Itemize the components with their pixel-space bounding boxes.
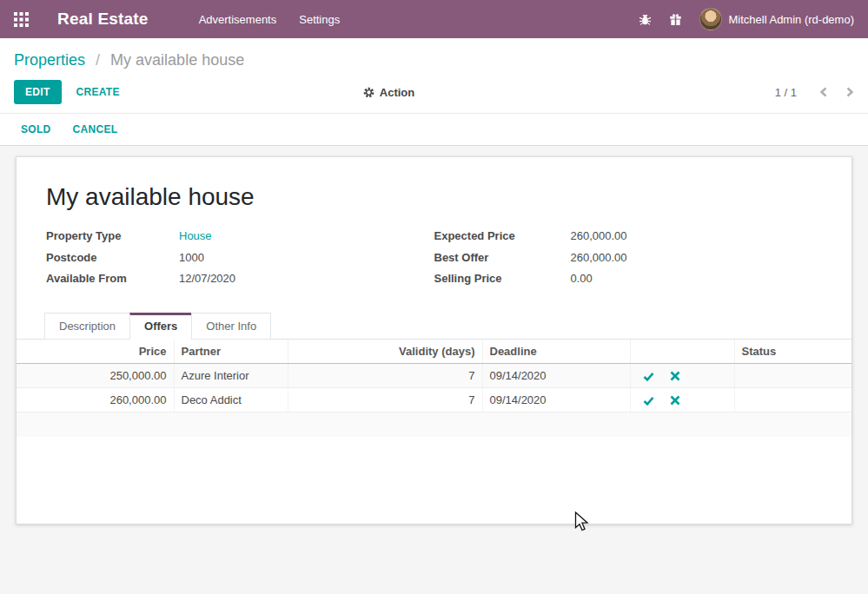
form-statusbar: SOLD CANCEL — [0, 113, 868, 146]
field-value: 260,000.00 — [571, 248, 627, 269]
grid-icon — [14, 12, 29, 27]
action-menu-button[interactable]: Action — [363, 86, 414, 99]
column-validity[interactable]: Validity (days) — [288, 340, 482, 364]
offers-table: Price Partner Validity (days) Deadline S… — [17, 340, 851, 437]
cancel-button[interactable]: CANCEL — [73, 123, 118, 135]
pager-value: 1 / 1 — [775, 86, 797, 99]
top-navbar: Real Estate Advertisements Settings — [0, 0, 868, 38]
gift-icon[interactable] — [669, 12, 684, 27]
breadcrumb-properties[interactable]: Properties — [14, 51, 85, 69]
tab-other-info[interactable]: Other Info — [191, 313, 271, 340]
top-right-group: Mitchell Admin (rd-demo) — [639, 8, 855, 30]
field-best-offer: Best Offer 260,000.00 — [434, 248, 823, 269]
refuse-offer-icon[interactable] — [670, 395, 681, 406]
accept-offer-icon[interactable] — [643, 371, 654, 382]
offer-price[interactable]: 260,000.00 — [17, 388, 174, 412]
field-label: Property Type — [46, 226, 179, 248]
offer-deadline[interactable]: 09/14/2020 — [482, 388, 630, 412]
field-label: Available From — [46, 268, 179, 290]
chevron-left-icon — [819, 86, 828, 98]
offers-header-row: Price Partner Validity (days) Deadline S… — [17, 340, 851, 364]
breadcrumb-separator: / — [96, 51, 100, 69]
create-button[interactable]: CREATE — [76, 86, 120, 98]
field-value: 260,000.00 — [571, 226, 627, 248]
app-name[interactable]: Real Estate — [57, 10, 149, 29]
offer-validity[interactable]: 7 — [288, 388, 482, 412]
field-selling-price: Selling Price 0.00 — [434, 268, 823, 290]
column-actions — [630, 340, 734, 364]
column-deadline[interactable]: Deadline — [482, 340, 630, 364]
chevron-right-icon — [845, 86, 854, 98]
avatar — [699, 8, 722, 30]
offer-row-deco-addict[interactable]: 260,000.00 Deco Addict 7 09/14/2020 — [17, 388, 851, 412]
column-price[interactable]: Price — [17, 340, 174, 364]
menu-advertisements[interactable]: Advertisements — [197, 10, 279, 30]
breadcrumb-current: My available house — [110, 51, 244, 69]
offer-validity[interactable]: 7 — [288, 364, 482, 388]
offer-partner[interactable]: Deco Addict — [174, 388, 288, 412]
column-status[interactable]: Status — [734, 340, 851, 364]
offer-actions — [630, 364, 734, 388]
field-label: Selling Price — [434, 268, 571, 290]
accept-offer-icon[interactable] — [643, 395, 654, 406]
field-column-right: Expected Price 260,000.00 Best Offer 260… — [434, 226, 823, 290]
form-sheet: My available house Property Type House P… — [16, 156, 852, 525]
debug-bug-icon[interactable] — [639, 12, 653, 27]
field-available-from: Available From 12/07/2020 — [46, 268, 434, 290]
field-group: Property Type House Postcode 1000 Availa… — [46, 226, 822, 290]
empty-row[interactable] — [17, 412, 851, 437]
offer-deadline[interactable]: 09/14/2020 — [482, 364, 630, 388]
offer-partner[interactable]: Azure Interior — [174, 364, 288, 388]
field-value: 0.00 — [571, 268, 593, 290]
tab-offers[interactable]: Offers — [129, 313, 192, 340]
user-menu[interactable]: Mitchell Admin (rd-demo) — [699, 8, 855, 30]
field-expected-price: Expected Price 260,000.00 — [434, 226, 823, 248]
field-property-type: Property Type House — [46, 226, 434, 248]
notebook-tabs: Description Offers Other Info — [17, 313, 851, 340]
action-label: Action — [380, 86, 414, 99]
property-type-link[interactable]: House — [179, 226, 212, 248]
control-panel: EDIT CREATE Action 1 / 1 — [0, 73, 868, 113]
offer-actions — [630, 388, 734, 412]
field-label: Best Offer — [434, 248, 571, 269]
top-menu: Advertisements Settings — [197, 10, 342, 30]
gear-icon — [363, 87, 374, 98]
pager: 1 / 1 — [775, 86, 854, 99]
field-value: 12/07/2020 — [179, 268, 235, 290]
column-partner[interactable]: Partner — [174, 340, 288, 364]
tab-description[interactable]: Description — [44, 313, 130, 340]
field-label: Expected Price — [434, 226, 571, 248]
breadcrumb: Properties / My available house — [0, 38, 868, 73]
offer-status — [734, 388, 851, 412]
offer-status — [734, 364, 851, 388]
pager-previous-button[interactable] — [819, 86, 828, 98]
offer-row-azure-interior[interactable]: 250,000.00 Azure Interior 7 09/14/2020 — [17, 364, 851, 388]
form-view-area: My available house Property Type House P… — [0, 146, 868, 594]
refuse-offer-icon[interactable] — [670, 371, 681, 382]
field-postcode: Postcode 1000 — [46, 248, 434, 269]
offer-price[interactable]: 250,000.00 — [17, 364, 174, 388]
field-value: 1000 — [179, 248, 204, 269]
pager-next-button[interactable] — [845, 86, 854, 98]
field-column-left: Property Type House Postcode 1000 Availa… — [46, 226, 434, 290]
user-name: Mitchell Admin (rd-demo) — [729, 13, 855, 26]
edit-button[interactable]: EDIT — [14, 80, 62, 104]
record-title: My available house — [46, 183, 822, 211]
menu-settings[interactable]: Settings — [297, 10, 341, 30]
apps-menu-icon[interactable] — [14, 10, 31, 28]
sold-button[interactable]: SOLD — [21, 123, 51, 135]
field-label: Postcode — [46, 248, 179, 269]
